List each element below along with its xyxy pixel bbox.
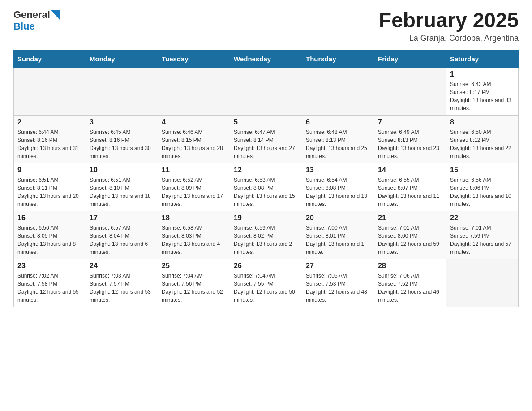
calendar-week-row: 1Sunrise: 6:43 AMSunset: 8:17 PMDaylight… [14,67,519,115]
day-number: 12 [234,166,298,174]
calendar-cell: 18Sunrise: 6:58 AMSunset: 8:03 PMDayligh… [158,211,230,259]
day-number: 19 [234,214,298,222]
calendar-cell: 19Sunrise: 6:59 AMSunset: 8:02 PMDayligh… [230,211,302,259]
col-header-monday: Monday [86,50,158,67]
day-number: 24 [90,262,154,270]
day-info: Sunrise: 7:04 AMSunset: 7:55 PMDaylight:… [234,272,298,304]
calendar-week-row: 2Sunrise: 6:44 AMSunset: 8:16 PMDaylight… [14,115,519,163]
day-info: Sunrise: 6:47 AMSunset: 8:14 PMDaylight:… [234,128,298,160]
calendar-cell [374,67,446,115]
day-number: 3 [90,118,154,126]
day-number: 11 [162,166,226,174]
svg-marker-0 [51,10,60,20]
day-number: 27 [306,262,370,270]
calendar-cell [86,67,158,115]
logo: General Blue [13,9,60,32]
location-subtitle: La Granja, Cordoba, Argentina [379,34,519,43]
day-number: 25 [162,262,226,270]
day-info: Sunrise: 7:00 AMSunset: 8:01 PMDaylight:… [306,224,370,256]
day-info: Sunrise: 6:43 AMSunset: 8:17 PMDaylight:… [450,80,515,112]
calendar-cell: 17Sunrise: 6:57 AMSunset: 8:04 PMDayligh… [86,211,158,259]
day-number: 7 [378,118,442,126]
day-info: Sunrise: 6:56 AMSunset: 8:06 PMDaylight:… [450,176,515,208]
col-header-sunday: Sunday [14,50,86,67]
logo-blue-text: Blue [13,21,35,32]
logo-general-text: General [13,9,50,21]
day-number: 26 [234,262,298,270]
calendar-cell: 13Sunrise: 6:54 AMSunset: 8:08 PMDayligh… [302,163,374,211]
day-number: 21 [378,214,442,222]
col-header-friday: Friday [374,50,446,67]
calendar-cell: 6Sunrise: 6:48 AMSunset: 8:13 PMDaylight… [302,115,374,163]
calendar-cell [230,67,302,115]
calendar-header-row: SundayMondayTuesdayWednesdayThursdayFrid… [14,50,519,67]
day-info: Sunrise: 6:51 AMSunset: 8:10 PMDaylight:… [90,176,154,208]
day-info: Sunrise: 6:57 AMSunset: 8:04 PMDaylight:… [90,224,154,256]
calendar-cell: 2Sunrise: 6:44 AMSunset: 8:16 PMDaylight… [14,115,86,163]
page-header: General Blue February 2025 La Granja, Co… [13,9,519,43]
day-info: Sunrise: 6:49 AMSunset: 8:13 PMDaylight:… [378,128,442,160]
calendar-cell: 4Sunrise: 6:46 AMSunset: 8:15 PMDaylight… [158,115,230,163]
day-info: Sunrise: 6:58 AMSunset: 8:03 PMDaylight:… [162,224,226,256]
day-number: 10 [90,166,154,174]
col-header-wednesday: Wednesday [230,50,302,67]
day-info: Sunrise: 6:53 AMSunset: 8:08 PMDaylight:… [234,176,298,208]
calendar-cell: 27Sunrise: 7:05 AMSunset: 7:53 PMDayligh… [302,259,374,307]
day-info: Sunrise: 6:48 AMSunset: 8:13 PMDaylight:… [306,128,370,160]
calendar-cell: 21Sunrise: 7:01 AMSunset: 8:00 PMDayligh… [374,211,446,259]
day-number: 2 [17,118,82,126]
logo-triangle-icon [51,10,60,20]
calendar-cell: 1Sunrise: 6:43 AMSunset: 8:17 PMDaylight… [446,67,519,115]
calendar-cell: 25Sunrise: 7:04 AMSunset: 7:56 PMDayligh… [158,259,230,307]
day-info: Sunrise: 6:45 AMSunset: 8:16 PMDaylight:… [90,128,154,160]
day-number: 8 [450,118,515,126]
calendar-cell: 26Sunrise: 7:04 AMSunset: 7:55 PMDayligh… [230,259,302,307]
calendar-cell: 23Sunrise: 7:02 AMSunset: 7:58 PMDayligh… [14,259,86,307]
day-number: 15 [450,166,515,174]
calendar-cell: 3Sunrise: 6:45 AMSunset: 8:16 PMDaylight… [86,115,158,163]
calendar-cell: 24Sunrise: 7:03 AMSunset: 7:57 PMDayligh… [86,259,158,307]
day-number: 22 [450,214,515,222]
day-info: Sunrise: 6:50 AMSunset: 8:12 PMDaylight:… [450,128,515,160]
day-info: Sunrise: 6:51 AMSunset: 8:11 PMDaylight:… [17,176,82,208]
day-number: 28 [378,262,442,270]
calendar-week-row: 9Sunrise: 6:51 AMSunset: 8:11 PMDaylight… [14,163,519,211]
day-info: Sunrise: 6:52 AMSunset: 8:09 PMDaylight:… [162,176,226,208]
day-info: Sunrise: 6:55 AMSunset: 8:07 PMDaylight:… [378,176,442,208]
day-info: Sunrise: 6:46 AMSunset: 8:15 PMDaylight:… [162,128,226,160]
calendar-cell: 11Sunrise: 6:52 AMSunset: 8:09 PMDayligh… [158,163,230,211]
day-number: 18 [162,214,226,222]
day-info: Sunrise: 7:03 AMSunset: 7:57 PMDaylight:… [90,272,154,304]
calendar-cell: 12Sunrise: 6:53 AMSunset: 8:08 PMDayligh… [230,163,302,211]
day-info: Sunrise: 7:05 AMSunset: 7:53 PMDaylight:… [306,272,370,304]
day-number: 4 [162,118,226,126]
calendar-cell [446,259,519,307]
calendar-week-row: 16Sunrise: 6:56 AMSunset: 8:05 PMDayligh… [14,211,519,259]
calendar-cell: 10Sunrise: 6:51 AMSunset: 8:10 PMDayligh… [86,163,158,211]
month-title: February 2025 [379,9,519,32]
col-header-tuesday: Tuesday [158,50,230,67]
day-info: Sunrise: 7:01 AMSunset: 7:59 PMDaylight:… [450,224,515,256]
calendar-cell: 9Sunrise: 6:51 AMSunset: 8:11 PMDaylight… [14,163,86,211]
calendar-cell: 7Sunrise: 6:49 AMSunset: 8:13 PMDaylight… [374,115,446,163]
calendar-cell: 28Sunrise: 7:06 AMSunset: 7:52 PMDayligh… [374,259,446,307]
day-number: 23 [17,262,82,270]
day-number: 16 [17,214,82,222]
day-number: 20 [306,214,370,222]
day-info: Sunrise: 7:06 AMSunset: 7:52 PMDaylight:… [378,272,442,304]
day-number: 9 [17,166,82,174]
calendar-cell: 20Sunrise: 7:00 AMSunset: 8:01 PMDayligh… [302,211,374,259]
calendar-cell [14,67,86,115]
calendar-cell: 8Sunrise: 6:50 AMSunset: 8:12 PMDaylight… [446,115,519,163]
calendar-table: SundayMondayTuesdayWednesdayThursdayFrid… [13,50,519,307]
calendar-cell: 5Sunrise: 6:47 AMSunset: 8:14 PMDaylight… [230,115,302,163]
calendar-cell: 16Sunrise: 6:56 AMSunset: 8:05 PMDayligh… [14,211,86,259]
day-info: Sunrise: 7:04 AMSunset: 7:56 PMDaylight:… [162,272,226,304]
day-info: Sunrise: 6:59 AMSunset: 8:02 PMDaylight:… [234,224,298,256]
day-number: 17 [90,214,154,222]
day-number: 6 [306,118,370,126]
day-number: 5 [234,118,298,126]
day-number: 13 [306,166,370,174]
day-info: Sunrise: 7:02 AMSunset: 7:58 PMDaylight:… [17,272,82,304]
calendar-cell: 15Sunrise: 6:56 AMSunset: 8:06 PMDayligh… [446,163,519,211]
